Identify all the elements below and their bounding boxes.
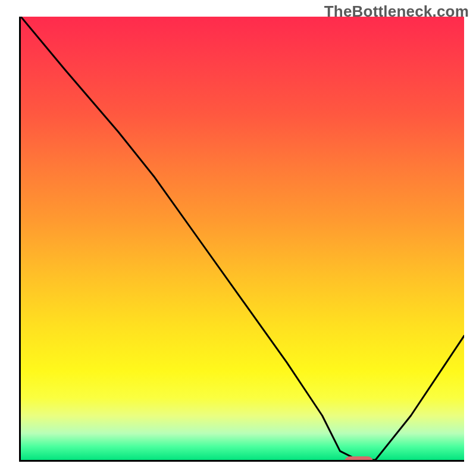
plot-area: [19, 17, 464, 462]
bottleneck-curve: [21, 17, 464, 460]
optimal-point-marker: [345, 456, 373, 462]
chart-container: TheBottleneck.com: [0, 0, 476, 476]
